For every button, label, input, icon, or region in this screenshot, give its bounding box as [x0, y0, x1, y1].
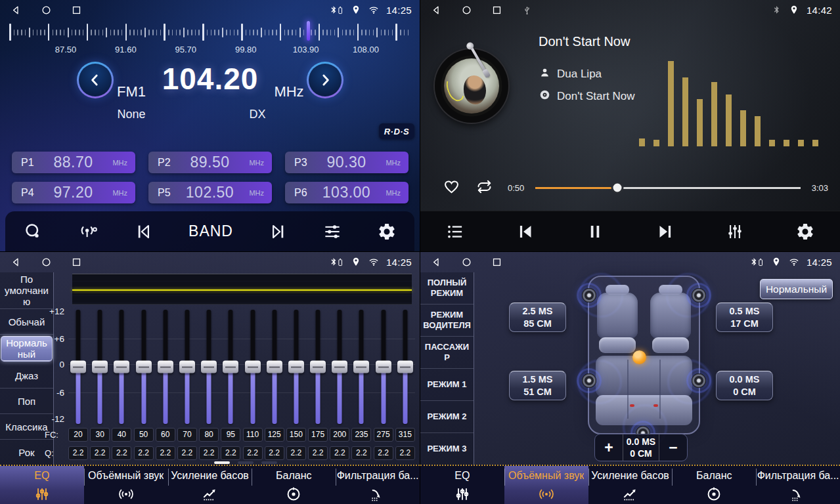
q-value-box[interactable]: 2.2 — [112, 446, 131, 460]
tab-balance[interactable]: Баланс — [252, 466, 336, 504]
q-value-box[interactable]: 2.2 — [90, 446, 110, 460]
listening-mode-item-2[interactable]: РЕЖИМ ВОДИТЕЛЯ — [420, 304, 474, 337]
q-value-box[interactable]: 2.2 — [330, 446, 349, 460]
pause-icon[interactable] — [585, 222, 605, 242]
slider-thumb[interactable] — [92, 361, 108, 373]
seek-thumb[interactable] — [611, 182, 624, 194]
soundfield-preset-button[interactable]: Нормальный — [760, 279, 833, 299]
nav-home-icon[interactable] — [461, 5, 472, 16]
delay-button-rear-right[interactable]: 0.0 MS0 CM — [716, 371, 773, 400]
slider-thumb[interactable] — [310, 361, 326, 373]
tab-eq-sliders[interactable]: EQ — [420, 466, 504, 504]
q-value-box[interactable]: 2.2 — [134, 446, 154, 460]
tab-bass-boost[interactable]: Усиление басов — [588, 466, 673, 504]
tab-surround-sound[interactable]: Объёмный звук — [84, 466, 168, 504]
nav-home-icon[interactable] — [461, 257, 472, 268]
eq-band-slider-40hz[interactable] — [112, 310, 131, 424]
tab-subsonic-filter[interactable]: Фильтрация ба... — [336, 466, 420, 504]
fc-value-box[interactable]: 200 — [330, 428, 349, 442]
tab-subsonic-filter[interactable]: Фильтрация ба... — [756, 466, 840, 504]
slider-thumb[interactable] — [158, 361, 173, 373]
eq-preset-item-1[interactable]: По умолчанию — [0, 272, 53, 309]
nav-recents-icon[interactable] — [491, 5, 502, 16]
repeat-button[interactable] — [475, 178, 493, 198]
nav-back-icon[interactable] — [431, 5, 442, 16]
q-value-box[interactable]: 2.2 — [374, 446, 393, 460]
fc-value-box[interactable]: 110 — [243, 428, 263, 442]
eq-band-slider-125hz[interactable] — [265, 310, 284, 424]
eq-band-slider-150hz[interactable] — [286, 310, 306, 424]
eq-band-slider-200hz[interactable] — [330, 310, 349, 424]
fc-value-box[interactable]: 20 — [68, 428, 88, 442]
slider-thumb[interactable] — [353, 361, 369, 373]
listening-mode-item-1[interactable]: ПОЛНЫЙ РЕЖИМ — [420, 272, 474, 304]
slider-thumb[interactable] — [245, 361, 261, 373]
q-value-box[interactable]: 2.2 — [177, 446, 197, 460]
delay-button-front-right[interactable]: 0.5 MS17 CM — [716, 303, 773, 332]
slider-thumb[interactable] — [332, 361, 347, 373]
q-value-box[interactable]: 2.2 — [351, 446, 371, 460]
playlist-icon[interactable] — [445, 222, 465, 242]
listening-position-marker[interactable] — [632, 350, 646, 364]
fc-value-box[interactable]: 125 — [265, 428, 284, 442]
delay-button-rear-left[interactable]: 1.5 MS51 CM — [509, 371, 566, 400]
slider-thumb[interactable] — [114, 361, 129, 373]
eq-band-slider-20hz[interactable] — [68, 310, 88, 424]
listening-mode-item-6[interactable]: РЕЖИМ 3 — [420, 433, 474, 465]
slider-thumb[interactable] — [70, 361, 86, 373]
fc-value-box[interactable]: 30 — [90, 428, 110, 442]
slider-thumb[interactable] — [179, 361, 195, 373]
tab-eq-sliders[interactable]: EQ — [0, 466, 84, 504]
tune-up-button[interactable] — [307, 62, 343, 98]
broadcast-icon[interactable] — [77, 222, 99, 242]
slider-thumb[interactable] — [201, 361, 217, 373]
preset-button-p3[interactable]: P390.30MHz — [285, 152, 409, 173]
q-value-box[interactable]: 2.2 — [221, 446, 240, 460]
skip-next-icon[interactable] — [268, 222, 288, 242]
eq-band-slider-175hz[interactable] — [308, 310, 328, 424]
eq-band-slider-95hz[interactable] — [221, 310, 240, 424]
listening-mode-item-4[interactable]: РЕЖИМ 1 — [420, 369, 474, 401]
nav-recents-icon[interactable] — [491, 257, 502, 268]
mixer-icon[interactable] — [725, 222, 745, 242]
fc-value-box[interactable]: 235 — [351, 428, 371, 442]
nav-back-icon[interactable] — [11, 257, 22, 268]
fc-value-box[interactable]: 60 — [156, 428, 175, 442]
frequency-dial[interactable]: 87.5091.6095.7099.80103.90108.00 — [0, 20, 420, 54]
eq-band-slider-80hz[interactable] — [199, 310, 219, 424]
nav-back-icon[interactable] — [431, 257, 442, 268]
slider-thumb[interactable] — [288, 361, 304, 373]
slider-thumb[interactable] — [136, 361, 152, 373]
album-art[interactable] — [435, 49, 508, 123]
fc-value-box[interactable]: 70 — [177, 428, 197, 442]
q-value-box[interactable]: 2.2 — [156, 446, 175, 460]
q-value-box[interactable]: 2.2 — [265, 446, 284, 460]
preset-button-p2[interactable]: P289.50MHz — [148, 152, 272, 173]
sliders-horizontal-icon[interactable] — [322, 222, 342, 242]
tab-balance[interactable]: Баланс — [672, 466, 756, 504]
fc-value-box[interactable]: 275 — [374, 428, 393, 442]
delay-increase-button[interactable]: + — [595, 434, 623, 461]
fc-value-box[interactable]: 175 — [308, 428, 328, 442]
q-value-box[interactable]: 2.2 — [308, 446, 328, 460]
skip-previous-filled-icon[interactable] — [516, 222, 535, 242]
q-value-box[interactable]: 2.2 — [286, 446, 306, 460]
eq-band-slider-235hz[interactable] — [351, 310, 371, 424]
favorite-button[interactable] — [443, 178, 460, 198]
tab-surround-sound[interactable]: Объёмный звук — [504, 466, 588, 504]
nav-back-icon[interactable] — [11, 5, 22, 16]
listening-mode-item-5[interactable]: РЕЖИМ 2 — [420, 401, 474, 433]
slider-thumb[interactable] — [267, 361, 282, 373]
q-value-box[interactable]: 2.2 — [243, 446, 263, 460]
fc-value-box[interactable]: 315 — [395, 428, 415, 442]
skip-next-filled-icon[interactable] — [655, 222, 675, 242]
nav-recents-icon[interactable] — [71, 5, 82, 16]
delay-button-front-left[interactable]: 2.5 MS85 CM — [509, 303, 566, 332]
eq-band-slider-315hz[interactable] — [395, 310, 415, 424]
eq-band-slider-30hz[interactable] — [90, 310, 110, 424]
skip-previous-icon[interactable] — [134, 222, 154, 242]
listening-mode-item-3[interactable]: ПАССАЖИР — [420, 337, 474, 369]
seek-bar[interactable] — [535, 187, 800, 189]
preset-button-p5[interactable]: P5102.50MHz — [148, 182, 272, 203]
eq-band-slider-275hz[interactable] — [374, 310, 393, 424]
